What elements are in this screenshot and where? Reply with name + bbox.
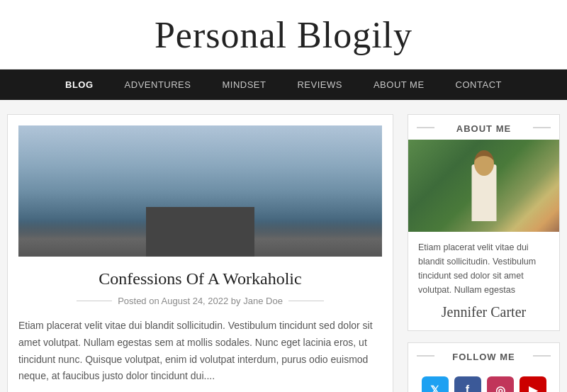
nav-item-mindset[interactable]: MINDSET [206, 69, 281, 100]
social-icons: 𝕏 f ◎ ▶ [408, 368, 559, 392]
sidebar: ABOUT ME Etiam placerat velit vitae dui … [408, 114, 560, 392]
post-card: Confessions Of A Workaholic Posted on Au… [7, 114, 393, 392]
about-me-image [408, 140, 559, 232]
nav-item-blog[interactable]: BLOG [50, 69, 109, 100]
site-title: Personal Blogily [7, 14, 560, 56]
site-header: Personal Blogily [0, 0, 567, 69]
about-me-widget: ABOUT ME Etiam placerat velit vitae dui … [408, 114, 560, 331]
post-meta-text: Posted on August 24, 2022 by Jane Doe [118, 296, 283, 306]
follow-me-widget: FOLLOW ME 𝕏 f ◎ ▶ [408, 342, 560, 392]
follow-me-title: FOLLOW ME [408, 343, 559, 368]
youtube-button[interactable]: ▶ [520, 376, 546, 392]
page-layout: Confessions Of A Workaholic Posted on Au… [0, 100, 567, 392]
post-meta: Posted on August 24, 2022 by Jane Doe [18, 296, 382, 306]
about-person-figure [466, 150, 502, 221]
about-signature: Jennifer Carter [408, 303, 559, 330]
nav-item-reviews[interactable]: REVIEWS [281, 69, 357, 100]
post-image [18, 125, 382, 257]
nav-item-contact[interactable]: CONTACT [440, 69, 517, 100]
post-title: Confessions Of A Workaholic [18, 269, 382, 289]
post-excerpt: Etiam placerat velit vitae dui blandit s… [18, 318, 382, 385]
about-me-title: ABOUT ME [408, 115, 559, 140]
nav-item-adventures[interactable]: ADVENTURES [109, 69, 207, 100]
main-nav: BLOG ADVENTURES MINDSET REVIEWS ABOUT ME… [0, 69, 567, 100]
meta-line-left [77, 301, 112, 301]
instagram-button[interactable]: ◎ [487, 376, 514, 392]
twitter-button[interactable]: 𝕏 [422, 376, 449, 392]
facebook-button[interactable]: f [454, 376, 481, 392]
about-me-text: Etiam placerat velit vitae dui blandit s… [408, 232, 559, 303]
post-image-inner [18, 125, 382, 257]
main-content: Confessions Of A Workaholic Posted on Au… [7, 114, 393, 392]
nav-item-about-me[interactable]: ABOUT ME [358, 69, 440, 100]
meta-line-right [288, 301, 324, 301]
